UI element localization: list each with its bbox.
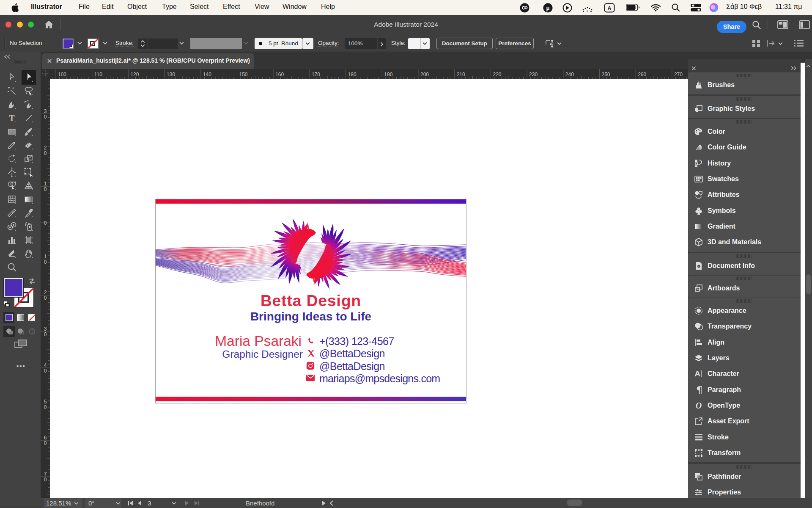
- svg-text:230: 230: [529, 72, 538, 77]
- svg-text:1: 1: [44, 181, 47, 187]
- svg-text:3: 3: [44, 326, 47, 332]
- svg-text:260: 260: [638, 72, 646, 77]
- svg-text:130: 130: [167, 72, 175, 77]
- svg-text:150: 150: [239, 72, 248, 77]
- svg-text:A: A: [694, 369, 700, 378]
- svg-text:200: 200: [420, 72, 429, 77]
- svg-text:180: 180: [348, 72, 357, 77]
- svg-text:210: 210: [457, 72, 465, 77]
- svg-text:A: A: [607, 5, 612, 11]
- svg-text:0: 0: [44, 114, 47, 120]
- svg-text:0: 0: [44, 259, 47, 265]
- svg-text:100: 100: [58, 72, 66, 77]
- svg-text:140: 140: [203, 72, 211, 77]
- svg-text:220: 220: [493, 72, 501, 77]
- svg-text:250: 250: [602, 72, 610, 77]
- svg-text:0: 0: [44, 295, 47, 301]
- svg-text:5: 5: [44, 399, 47, 405]
- svg-text:170: 170: [312, 72, 320, 77]
- svg-text:6: 6: [44, 435, 47, 441]
- svg-text:4: 4: [44, 362, 47, 368]
- svg-text:0: 0: [44, 220, 47, 226]
- svg-text:O: O: [696, 401, 702, 410]
- svg-text:2: 2: [44, 290, 47, 295]
- svg-text:0: 0: [44, 477, 47, 483]
- svg-text:270: 270: [674, 72, 683, 77]
- svg-text:0: 0: [44, 404, 47, 410]
- svg-text:7: 7: [44, 471, 47, 477]
- svg-text:0: 0: [44, 440, 47, 446]
- svg-text:190: 190: [384, 72, 392, 77]
- svg-text:1: 1: [44, 254, 47, 260]
- svg-text:110: 110: [94, 72, 102, 77]
- svg-text:160: 160: [275, 72, 284, 77]
- svg-text:0: 0: [44, 186, 47, 192]
- svg-text:0: 0: [44, 368, 47, 374]
- svg-text:3: 3: [44, 108, 47, 114]
- svg-text:120: 120: [130, 72, 139, 77]
- svg-text:0: 0: [44, 331, 47, 337]
- svg-text:240: 240: [565, 72, 574, 77]
- svg-text:µ: µ: [546, 5, 549, 11]
- svg-text:0: 0: [44, 150, 47, 156]
- svg-text:2: 2: [44, 145, 47, 151]
- svg-text:T: T: [9, 113, 15, 123]
